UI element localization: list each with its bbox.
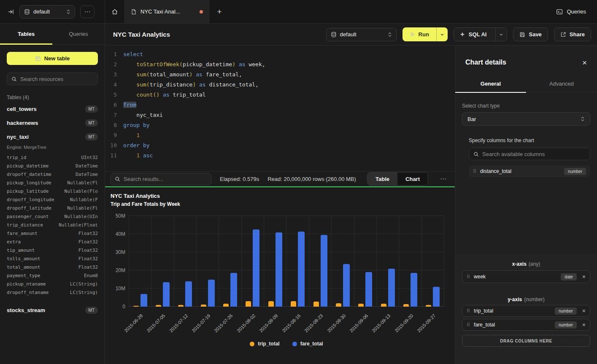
editor-line[interactable]: 5 count() as trip_total [105, 90, 455, 100]
column-row[interactable]: pickup_latitudeNullable(Flo [7, 187, 98, 195]
editor-line[interactable]: 7 nyc_taxi [105, 110, 455, 120]
sidebar: Tables Queries New table Tables (4) cell… [0, 24, 105, 364]
trip_total-bar [381, 304, 386, 307]
sidebar-tab-queries[interactable]: Queries [52, 24, 105, 44]
resource-search-input[interactable] [20, 76, 93, 82]
resource-search[interactable] [7, 73, 98, 85]
drop-zone[interactable]: DRAG COLUMNS HERE [462, 335, 590, 347]
column-row[interactable]: fare_amountFloat32 [7, 229, 98, 237]
editor-line[interactable]: 1select [105, 49, 455, 59]
more-options-button[interactable]: ⋯ [80, 5, 95, 18]
share-button[interactable]: Share [554, 27, 591, 41]
column-row[interactable]: pickup_ntanameLC(String) [7, 280, 98, 288]
column-row[interactable]: payment_typeEnum8 [7, 271, 98, 280]
column-chip-week[interactable]: ⠿weekdate× [462, 270, 590, 283]
column-row[interactable]: dropoff_longitudeNullable(F [7, 195, 98, 204]
queries-button[interactable]: Queries [556, 0, 597, 23]
sql-token: ) [232, 61, 239, 67]
column-row[interactable]: passenger_countNullable(UIn [7, 212, 98, 221]
column-row[interactable]: dropoff_latitudeNullable(Fl [7, 204, 98, 212]
panel-title: Chart details [465, 59, 506, 66]
column-row[interactable]: tip_amountFloat32 [7, 246, 98, 254]
sql-token: count() [136, 92, 163, 98]
chart-type-select[interactable]: Bar [462, 112, 590, 126]
column-chip-trip_total[interactable]: ⠿trip_totalnumber× [462, 305, 590, 317]
editor-line[interactable]: 2 toStartOfWeek(pickup_datetime) as week… [105, 59, 455, 70]
database-selector[interactable]: default [19, 5, 75, 19]
column-row[interactable]: dropoff_datetimeDateTime [7, 170, 98, 178]
type-badge: number [564, 168, 586, 175]
sql-ai-button[interactable]: SQL AI [454, 31, 492, 38]
column-row[interactable]: pickup_datetimeDateTime [7, 162, 98, 170]
sidebar-table-stocks-stream[interactable]: stocks_stream MT [0, 303, 105, 317]
column-row[interactable]: dropoff_ntanameLC(String) [7, 288, 98, 297]
drag-handle-icon[interactable]: ⠿ [473, 169, 476, 174]
column-chip-fare_total[interactable]: ⠿fare_totalnumber× [462, 319, 590, 331]
column-type: DateTime [76, 163, 98, 169]
sql-editor[interactable]: 1select2 toStartOfWeek(pickup_datetime) … [105, 46, 455, 171]
results-more-button[interactable]: ⋯ [437, 175, 450, 183]
run-database-selector[interactable]: default [326, 28, 397, 41]
sql-ai-caret[interactable] [495, 28, 507, 41]
column-row[interactable]: trip_distanceNullable(Float [7, 221, 98, 229]
drag-handle-icon[interactable]: ⠿ [467, 274, 470, 280]
engine-badge: MT [85, 133, 98, 140]
drag-handle-icon[interactable]: ⠿ [467, 322, 470, 328]
new-table-button[interactable]: New table [7, 52, 98, 65]
column-search[interactable] [469, 148, 590, 160]
sidebar-table-nyc-taxi[interactable]: nyc_taxi MT [0, 130, 105, 144]
view-toggle: Table Chart [367, 172, 428, 186]
editor-line[interactable]: 8group by [105, 120, 455, 130]
trip_total-bar [268, 301, 274, 307]
trip_total-bar [201, 305, 206, 307]
sql-token [123, 81, 136, 88]
new-tab-button[interactable]: + [209, 0, 230, 23]
tab-general[interactable]: General [455, 75, 526, 92]
editor-line[interactable]: 11 1 asc [105, 151, 455, 161]
x-tick-label: 2015-09-27 [416, 313, 436, 333]
close-icon[interactable]: × [582, 59, 587, 67]
home-button[interactable] [105, 0, 124, 23]
x-tick-label: 2015-06-28 [123, 313, 143, 333]
results-search-input[interactable] [124, 176, 207, 182]
legend-item-trip_total[interactable]: trip_total [250, 341, 279, 347]
tab-nyc-taxi-analytics[interactable]: NYC Taxi Anal... [124, 0, 209, 23]
column-search-input[interactable] [482, 151, 586, 157]
chart-area: NYC Taxi Analytics Trip and Fare Totals … [105, 186, 455, 364]
column-chip-distance_total[interactable]: ⠿distance_totalnumber [469, 165, 590, 177]
x-tick-label: 2015-07-05 [146, 313, 166, 333]
collapse-sidebar-icon[interactable] [8, 8, 14, 15]
drag-handle-icon[interactable]: ⠿ [467, 308, 470, 314]
queries-icon [556, 8, 563, 15]
sidebar-table-hackernews[interactable]: hackernews MT [0, 116, 105, 130]
run-button[interactable]: Run [403, 27, 436, 41]
remove-icon[interactable]: × [581, 273, 586, 280]
save-button[interactable]: Save [513, 27, 548, 41]
run-options-caret[interactable] [436, 27, 448, 41]
remove-icon[interactable]: × [581, 321, 586, 328]
editor-line[interactable]: 3 sum(total_amount) as fare_total, [105, 70, 455, 80]
legend-item-fare_total[interactable]: fare_total [292, 341, 323, 347]
editor-line[interactable]: 6from [105, 100, 455, 110]
remove-icon[interactable]: × [581, 307, 586, 314]
column-row[interactable]: extraFloat32 [7, 237, 98, 246]
tab-advanced[interactable]: Advanced [526, 75, 597, 92]
search-icon [11, 76, 17, 82]
chart-view-button[interactable]: Chart [397, 173, 428, 185]
y-axis-list: ⠿trip_totalnumber×⠿fare_totalnumber× [462, 305, 590, 331]
editor-line[interactable]: 10order by [105, 140, 455, 151]
fare_total-bar [411, 273, 417, 307]
code-line: sum(total_amount) as fare_total, [117, 70, 242, 80]
column-row[interactable]: total_amountFloat32 [7, 263, 98, 271]
database-selector-value: default [33, 8, 50, 15]
sidebar-table-cell-towers[interactable]: cell_towers MT [0, 102, 105, 116]
column-row[interactable]: trip_idUInt32 [7, 153, 98, 162]
sidebar-tab-tables[interactable]: Tables [0, 24, 52, 44]
column-row[interactable]: pickup_longitudeNullable(Fl [7, 178, 98, 187]
column-row[interactable]: tolls_amountFloat32 [7, 254, 98, 263]
editor-line[interactable]: 9 1 [105, 130, 455, 140]
type-badge: date [561, 273, 576, 280]
table-view-button[interactable]: Table [367, 173, 397, 185]
results-search[interactable] [110, 173, 211, 185]
editor-line[interactable]: 4 sum(trip_distance) as distance_total, [105, 80, 455, 90]
